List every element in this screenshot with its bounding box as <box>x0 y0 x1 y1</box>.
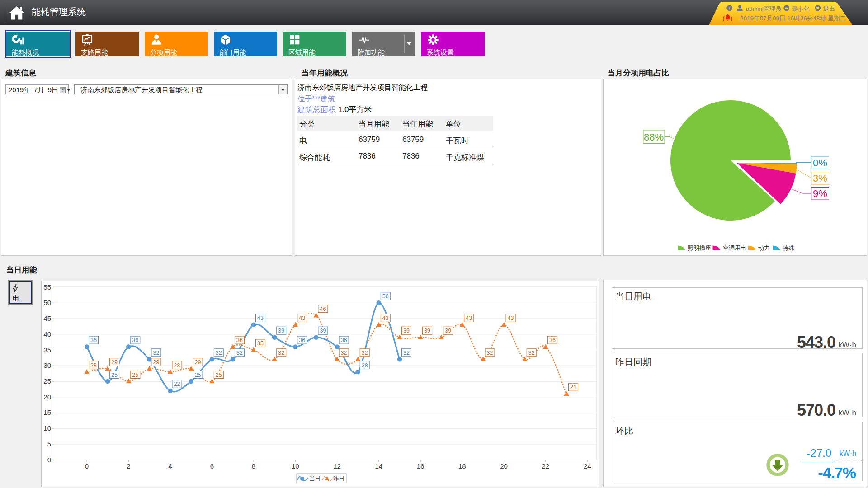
svg-text:(: ( <box>722 14 725 22</box>
svg-text:32: 32 <box>487 350 493 356</box>
svg-text:18: 18 <box>458 462 466 470</box>
svg-text:32: 32 <box>528 350 535 356</box>
svg-text:25: 25 <box>111 372 118 378</box>
svg-text:14: 14 <box>375 462 382 470</box>
svg-text:39: 39 <box>320 328 326 334</box>
svg-text:43: 43 <box>257 315 264 321</box>
svg-text:40: 40 <box>43 330 51 338</box>
svg-text:43: 43 <box>466 315 472 321</box>
svg-text:46: 46 <box>320 306 326 312</box>
svg-text:36: 36 <box>299 337 305 343</box>
svg-text:21: 21 <box>570 384 576 390</box>
svg-text:43: 43 <box>382 315 389 321</box>
svg-text:5: 5 <box>47 440 51 448</box>
svg-text:12: 12 <box>333 462 341 470</box>
svg-text:35: 35 <box>257 340 264 347</box>
svg-text:50: 50 <box>382 293 389 300</box>
svg-text:50: 50 <box>43 299 51 306</box>
svg-text:36: 36 <box>132 337 138 343</box>
svg-text:39: 39 <box>403 328 410 334</box>
svg-text:22: 22 <box>542 462 550 470</box>
svg-text:25: 25 <box>195 372 201 378</box>
svg-text:2: 2 <box>127 462 130 470</box>
svg-text:): ) <box>730 14 732 22</box>
svg-text:29: 29 <box>111 359 118 366</box>
svg-text:20: 20 <box>500 462 508 470</box>
svg-text:32: 32 <box>341 350 347 356</box>
svg-text:29: 29 <box>153 359 159 366</box>
svg-text:35: 35 <box>43 346 51 354</box>
svg-text:25: 25 <box>216 372 222 378</box>
svg-text:36: 36 <box>341 337 347 343</box>
svg-text:15: 15 <box>43 408 51 416</box>
svg-text:8: 8 <box>252 462 255 470</box>
svg-text:32: 32 <box>362 350 368 356</box>
svg-text:6: 6 <box>210 462 214 470</box>
svg-text:29: 29 <box>195 359 201 366</box>
svg-text:30: 30 <box>43 361 51 369</box>
svg-text:昨日: 昨日 <box>333 475 344 482</box>
svg-text:3%: 3% <box>813 173 827 184</box>
svg-text:32: 32 <box>153 350 159 356</box>
svg-text:88%: 88% <box>644 131 664 143</box>
svg-text:45: 45 <box>43 314 51 322</box>
svg-text:28: 28 <box>174 362 180 369</box>
svg-text:25: 25 <box>132 372 138 378</box>
svg-text:0%: 0% <box>813 157 827 169</box>
svg-text:25: 25 <box>43 377 51 385</box>
svg-text:10: 10 <box>43 424 51 432</box>
svg-text:36: 36 <box>549 337 556 343</box>
svg-text:空调用电: 空调用电 <box>723 244 746 251</box>
svg-text:动力: 动力 <box>758 244 770 251</box>
svg-text:39: 39 <box>424 328 430 334</box>
svg-text:特殊: 特殊 <box>783 244 794 251</box>
svg-text:39: 39 <box>445 328 451 334</box>
svg-text:24: 24 <box>584 462 591 470</box>
svg-text:32: 32 <box>403 350 410 356</box>
svg-text:32: 32 <box>278 350 284 356</box>
svg-text:55: 55 <box>43 283 51 291</box>
svg-text:43: 43 <box>299 315 305 321</box>
svg-text:0: 0 <box>85 462 89 470</box>
svg-text:28: 28 <box>90 362 97 369</box>
svg-text:16: 16 <box>417 462 425 470</box>
svg-text:32: 32 <box>216 350 222 356</box>
svg-text:22: 22 <box>174 381 180 387</box>
svg-text:i: i <box>729 6 731 10</box>
svg-text:10: 10 <box>292 462 299 470</box>
svg-text:照明插座: 照明插座 <box>688 244 711 251</box>
svg-text:9%: 9% <box>813 188 827 199</box>
svg-text:39: 39 <box>278 328 284 334</box>
svg-text:当日: 当日 <box>309 475 321 482</box>
svg-text:36: 36 <box>236 337 243 343</box>
svg-text:20: 20 <box>43 393 51 401</box>
svg-text:36: 36 <box>90 337 97 343</box>
svg-text:32: 32 <box>236 350 243 356</box>
svg-text:28: 28 <box>362 362 368 369</box>
svg-text:4: 4 <box>168 462 172 470</box>
svg-text:0: 0 <box>47 456 51 464</box>
svg-text:43: 43 <box>508 315 514 321</box>
